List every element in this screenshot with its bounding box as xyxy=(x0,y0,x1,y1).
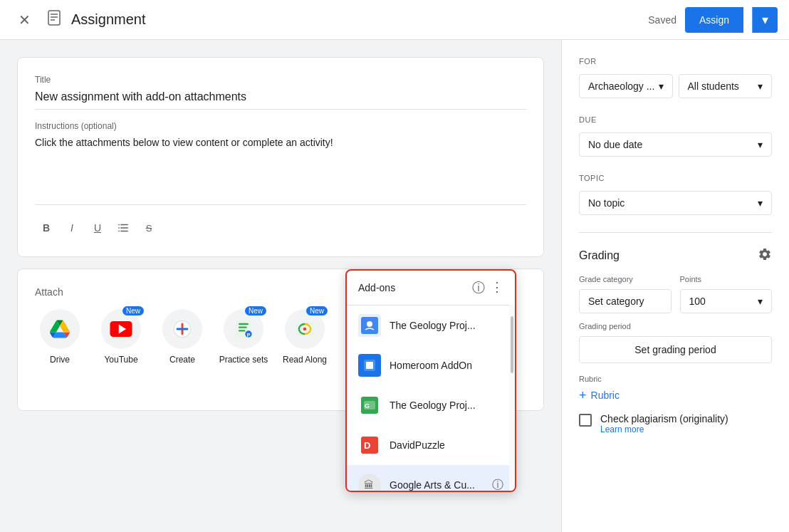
svg-rect-5 xyxy=(120,224,128,226)
addon-header-icons: ⓘ ⋮ xyxy=(472,279,503,296)
topic-section: Topic No topic ▾ xyxy=(579,174,772,215)
header-left: ✕ Assignment xyxy=(11,7,146,33)
youtube-new-badge: New xyxy=(122,306,144,315)
header: ✕ Assignment Saved Assign ▾ xyxy=(0,0,789,40)
addon-davidpuzzle-icon: D xyxy=(358,434,381,457)
svg-text:D: D xyxy=(364,440,370,451)
youtube-icon-wrap: New xyxy=(101,309,141,349)
practice-sets-icon-wrap: New P xyxy=(224,309,263,349)
attach-item-drive[interactable]: Drive xyxy=(35,309,85,365)
attach-item-youtube[interactable]: New YouTube xyxy=(96,309,146,365)
due-dropdown[interactable]: No due date ▾ xyxy=(579,132,772,157)
addon-geology1-icon xyxy=(358,314,381,337)
svg-rect-16 xyxy=(239,323,249,325)
strikethrough-button[interactable]: S xyxy=(137,217,160,239)
grading-section: Grading Grade category Set category Poin… xyxy=(579,247,772,434)
attach-card: Attach Drive xyxy=(17,268,544,411)
students-dropdown[interactable]: All students ▾ xyxy=(679,74,773,98)
learn-more-link[interactable]: Learn more xyxy=(600,424,728,434)
class-dropdown[interactable]: Archaeology ... ▾ xyxy=(579,74,673,98)
instructions-input[interactable]: Click the attachments below to view cont… xyxy=(35,134,526,191)
attach-item-practice-sets[interactable]: New P Practice sets xyxy=(219,309,268,365)
addon-list: The Geology Proj... Homeroom AddOn xyxy=(347,306,515,491)
addon-item[interactable]: Homeroom AddOn xyxy=(347,345,515,385)
grade-category-row: Grade category Set category Points 100 ▾ xyxy=(579,275,772,313)
addon-davidpuzzle-name: DavidPuzzle xyxy=(390,439,503,451)
practice-sets-label: Practice sets xyxy=(219,355,268,365)
topic-label: Topic xyxy=(579,174,772,182)
add-rubric-button[interactable]: + Rubric xyxy=(579,389,620,402)
set-grading-period-button[interactable]: Set grading period xyxy=(579,336,772,363)
addon-item[interactable]: The Geology Proj... xyxy=(347,306,515,345)
addon-homeroom-name: Homeroom AddOn xyxy=(390,360,503,371)
attach-item-read-along[interactable]: New Read Along xyxy=(280,309,330,365)
points-dropdown-icon: ▾ xyxy=(758,296,763,307)
addon-popup: Add-ons ⓘ ⋮ xyxy=(345,269,516,492)
assign-button[interactable]: Assign xyxy=(685,7,743,33)
students-dropdown-icon: ▾ xyxy=(758,80,763,92)
left-panel: Title Instructions (optional) Click the … xyxy=(0,40,561,532)
svg-rect-6 xyxy=(118,227,120,229)
addon-item-google-arts[interactable]: 🏛 Google Arts & Cu... ⓘ xyxy=(347,465,515,491)
doc-icon xyxy=(46,9,63,31)
addon-item[interactable]: D DavidPuzzle xyxy=(347,425,515,465)
set-category-button[interactable]: Set category xyxy=(579,289,672,313)
svg-point-24 xyxy=(367,321,372,327)
read-along-label: Read Along xyxy=(283,355,327,365)
read-along-new-badge: New xyxy=(306,306,328,315)
svg-rect-17 xyxy=(239,327,247,328)
grading-header: Grading xyxy=(579,247,772,264)
grade-category-label: Grade category xyxy=(579,275,672,283)
svg-text:🏛: 🏛 xyxy=(364,479,374,491)
addon-google-arts-icon: 🏛 xyxy=(358,474,381,491)
grading-period-label: Grading period xyxy=(579,322,772,330)
addon-more-icon[interactable]: ⋮ xyxy=(491,279,503,296)
for-section: For Archaeology ... ▾ All students ▾ xyxy=(579,57,772,98)
svg-point-22 xyxy=(303,328,307,331)
class-dropdown-icon: ▾ xyxy=(659,80,664,92)
italic-button[interactable]: I xyxy=(61,217,83,239)
bold-button[interactable]: B xyxy=(35,217,58,239)
svg-rect-9 xyxy=(120,231,128,232)
chevron-down-icon: ▾ xyxy=(762,12,768,28)
addon-info-button[interactable]: ⓘ xyxy=(492,478,503,491)
grade-category-col: Grade category Set category xyxy=(579,275,672,313)
students-value: All students xyxy=(688,80,739,92)
underline-button[interactable]: U xyxy=(86,217,109,239)
addon-info-icon[interactable]: ⓘ xyxy=(472,279,485,296)
points-value: 100 xyxy=(689,296,706,307)
close-button[interactable]: ✕ xyxy=(11,7,37,33)
points-dropdown[interactable]: 100 ▾ xyxy=(680,289,773,313)
practice-sets-new-badge: New xyxy=(245,306,266,315)
rubric-section-label: Rubric xyxy=(579,375,772,383)
read-along-icon-wrap: New xyxy=(285,309,325,349)
main-layout: Title Instructions (optional) Click the … xyxy=(0,40,789,532)
class-value: Archaeology ... xyxy=(588,80,654,92)
plagiarism-label: Check plagiarism (originality) xyxy=(600,413,728,424)
svg-text:G: G xyxy=(365,402,370,410)
attach-item-create[interactable]: Create xyxy=(157,309,207,365)
saved-status: Saved xyxy=(648,14,676,26)
grading-settings-icon[interactable] xyxy=(758,247,772,264)
title-input[interactable] xyxy=(35,88,526,110)
topic-dropdown[interactable]: No topic ▾ xyxy=(579,191,772,215)
svg-rect-7 xyxy=(120,227,128,229)
plagiarism-checkbox[interactable] xyxy=(579,414,592,427)
addon-geology2-icon: G xyxy=(358,394,381,417)
svg-rect-0 xyxy=(48,11,60,25)
page-title: Assignment xyxy=(71,11,146,28)
divider xyxy=(35,204,526,205)
assign-dropdown-button[interactable]: ▾ xyxy=(752,7,778,33)
addon-item[interactable]: G The Geology Proj... xyxy=(347,385,515,425)
list-button[interactable] xyxy=(112,217,135,239)
due-section: Due No due date ▾ xyxy=(579,115,772,157)
points-label: Points xyxy=(680,275,773,283)
create-icon-wrap xyxy=(162,309,202,349)
svg-rect-27 xyxy=(366,362,373,369)
grading-title: Grading xyxy=(579,249,620,262)
assignment-card: Title Instructions (optional) Click the … xyxy=(17,57,544,257)
instructions-label: Instructions (optional) xyxy=(35,121,526,131)
points-col: Points 100 ▾ xyxy=(680,275,773,313)
due-value: No due date xyxy=(588,139,642,150)
due-label: Due xyxy=(579,115,772,124)
